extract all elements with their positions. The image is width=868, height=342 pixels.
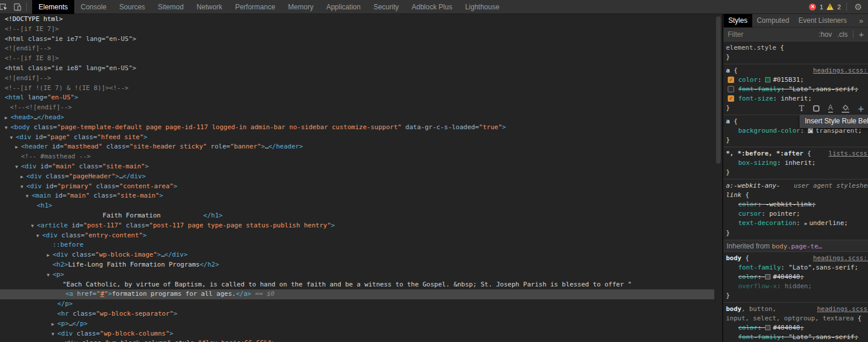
dom-node-line[interactable]: <![endif]--> xyxy=(0,44,714,54)
css-declaration[interactable]: ✓font-family: "Lato",sans-serif; xyxy=(726,85,868,94)
collapse-arrow-icon[interactable]: ▼ xyxy=(57,339,63,342)
rule-selector[interactable]: a:-webkit-any-user agent stylesheet xyxy=(726,181,868,191)
rule-selector[interactable]: body, button,headings.scss:4 xyxy=(726,305,868,314)
dom-node-line[interactable]: ▶<header id="masthead" class="site-heade… xyxy=(0,142,714,152)
error-count[interactable]: 1 xyxy=(819,4,823,11)
rule-selector[interactable]: element.style { xyxy=(726,43,868,53)
dom-node-line[interactable]: <html lang="en-US"> xyxy=(0,93,714,103)
collapse-arrow-icon[interactable]: ▼ xyxy=(47,271,53,281)
color-swatch[interactable] xyxy=(765,77,770,82)
rule-selector[interactable]: input, select, optgroup, textarea { xyxy=(726,314,868,323)
dom-node-line[interactable]: ▼<main id="main" class="site-main"> xyxy=(0,191,714,201)
css-declaration[interactable]: text-decoration: ▶underline; xyxy=(726,219,868,229)
inherited-node-class[interactable]: .page-te… xyxy=(787,243,822,250)
stylesheet-source-link[interactable]: headings.scss:18 xyxy=(813,66,868,75)
shadow-icon[interactable] xyxy=(813,104,819,113)
dom-node-line[interactable]: ▼<div id="primary" class="content-area"> xyxy=(0,182,714,192)
dom-node-line[interactable]: ▼<body class="page-template-default page… xyxy=(0,123,714,133)
color-swatch[interactable] xyxy=(765,325,770,330)
dom-node-line[interactable]: ▼<div class="wp-block-column" style="fle… xyxy=(0,338,714,342)
dom-node-line[interactable]: Faith Formation </h1> xyxy=(0,211,714,221)
stylesheet-source-link[interactable]: headings.scss:11 xyxy=(813,254,868,263)
panel-tab-memory[interactable]: Memory xyxy=(282,0,320,14)
dom-node-line[interactable]: <!--[if IE 7]> xyxy=(0,25,714,34)
dom-node-line[interactable]: ▼<div class="entry-content"> xyxy=(0,231,714,241)
color-swatch[interactable] xyxy=(808,128,813,133)
color-swatch[interactable] xyxy=(765,274,770,279)
collapse-arrow-icon[interactable]: ▼ xyxy=(26,192,32,202)
dom-node-line[interactable]: ▶<p>…</p> xyxy=(0,319,714,329)
expand-arrow-icon[interactable]: ▶ xyxy=(51,320,57,330)
declaration-checkbox-checked[interactable]: ✓ xyxy=(728,95,734,102)
dom-node-line[interactable]: <!-- #masthead --> xyxy=(0,152,714,162)
panel-tab-application[interactable]: Application xyxy=(320,0,367,14)
panel-tab-adblock-plus[interactable]: Adblock Plus xyxy=(405,0,458,14)
css-declaration[interactable]: color: #404040; xyxy=(726,323,868,333)
css-declaration[interactable]: font-family: "Lato",sans-serif; xyxy=(726,263,868,272)
css-declaration[interactable]: cursor: pointer; xyxy=(726,209,868,219)
inherited-node-link[interactable]: body xyxy=(772,243,787,250)
filter-input[interactable]: Filter xyxy=(728,30,743,39)
more-tabs-icon[interactable]: » xyxy=(859,16,868,25)
collapse-arrow-icon[interactable]: ▼ xyxy=(20,182,26,192)
device-toolbar-icon[interactable] xyxy=(11,0,25,14)
dom-node-line[interactable]: ▼<div id="main" class="site-main"> xyxy=(0,162,714,172)
dom-node-line-selected[interactable]: <a href="#">formation programs for all a… xyxy=(0,289,714,299)
warning-count[interactable]: 2 xyxy=(837,4,841,11)
css-declaration[interactable]: color: #404040; xyxy=(726,272,868,282)
css-declaration[interactable]: overflow-x: hidden; xyxy=(726,282,868,291)
collapse-arrow-icon[interactable]: ▼ xyxy=(31,222,37,232)
css-declaration[interactable]: font-family: "Lato",sans-serif; xyxy=(726,333,868,342)
stylesheet-source-link[interactable]: lists.scss:2 xyxy=(829,149,868,158)
collapse-arrow-icon[interactable]: ▼ xyxy=(10,133,16,143)
panel-tab-lighthouse[interactable]: Lighthouse xyxy=(459,0,506,14)
tab-computed[interactable]: Computed xyxy=(752,14,794,27)
dom-node-line[interactable]: <html class="ie ie8" lang="en-US"> xyxy=(0,64,714,74)
collapse-arrow-icon[interactable]: ▼ xyxy=(36,232,42,241)
dom-node-line[interactable]: ▶<head>…</head> xyxy=(0,113,714,123)
declaration-checkbox-unchecked[interactable]: ✓ xyxy=(728,86,734,92)
rule-selector[interactable]: link { xyxy=(726,191,868,200)
error-badge-icon[interactable]: ✕ xyxy=(809,4,816,11)
css-declaration[interactable]: box-sizing: inherit; xyxy=(726,158,868,168)
stylesheet-source-link[interactable]: headings.scss:4 xyxy=(817,305,868,314)
dom-node-line[interactable]: ▶<div class="wp-block-image">…</div> xyxy=(0,250,714,260)
toggle-hover-state-button[interactable]: :hov xyxy=(819,30,832,39)
rule-selector[interactable]: a {headings.scss:18 xyxy=(726,66,868,75)
dom-node-line[interactable]: <html class="ie ie7" lang="en-US"> xyxy=(0,34,714,44)
dom-node-line[interactable]: <!--[if !(IE 7) & !(IE 8)]><!--> xyxy=(0,84,714,94)
expand-arrow-icon[interactable]: ▶ xyxy=(15,143,21,153)
panel-tab-performance[interactable]: Performance xyxy=(229,0,282,14)
panel-tab-security[interactable]: Security xyxy=(367,0,405,14)
dom-node-line[interactable]: <!DOCTYPE html> xyxy=(0,15,714,25)
dom-node-line[interactable]: <!--<![endif]--> xyxy=(0,103,714,113)
panel-tab-network[interactable]: Network xyxy=(190,0,229,14)
css-declaration[interactable]: ✓color: #015B31; xyxy=(726,75,868,85)
rule-selector[interactable]: body {headings.scss:11 xyxy=(726,254,868,263)
text-style-icon[interactable]: T xyxy=(799,104,804,113)
panel-tab-console[interactable]: Console xyxy=(74,0,113,14)
collapse-arrow-icon[interactable]: ▼ xyxy=(51,330,57,340)
new-style-rule-button[interactable]: + xyxy=(859,30,864,39)
stylesheet-source-link[interactable]: user agent stylesheet xyxy=(794,181,868,191)
warning-badge-icon[interactable]: ! xyxy=(826,4,834,10)
tab-styles[interactable]: Styles xyxy=(724,14,752,27)
expand-arrow-icon[interactable]: ▶ xyxy=(20,172,26,182)
text-color-icon[interactable]: A xyxy=(828,104,833,113)
inspect-element-icon[interactable] xyxy=(0,0,11,14)
panel-tab-sitemod[interactable]: Sitemod xyxy=(151,0,190,14)
gear-icon[interactable]: ⚙ xyxy=(855,2,862,12)
expand-arrow-icon[interactable]: ▶ xyxy=(5,113,11,123)
expand-arrow-icon[interactable]: ▶ xyxy=(47,251,53,261)
dom-node-line[interactable]: <hr class="wp-block-separator"> xyxy=(0,309,714,319)
dom-node-line[interactable]: <h1> xyxy=(0,201,714,211)
dom-node-line[interactable]: ▼<div class="wp-block-columns"> xyxy=(0,329,714,339)
collapse-arrow-icon[interactable]: ▼ xyxy=(5,123,11,133)
panel-tab-sources[interactable]: Sources xyxy=(113,0,151,14)
dom-node-line[interactable]: ::before xyxy=(0,240,714,250)
dom-node-line[interactable]: ▼<div id="page" class="hfeed site"> xyxy=(0,133,714,143)
rule-selector[interactable]: *, *:before, *:after {lists.scss:2 xyxy=(726,149,868,158)
dom-node-line[interactable]: ▶<div class="pageHeader">…</div> xyxy=(0,172,714,182)
css-declaration[interactable]: color: -webkit-link; xyxy=(726,200,868,209)
expand-value-arrow-icon[interactable]: ▶ xyxy=(805,221,808,226)
